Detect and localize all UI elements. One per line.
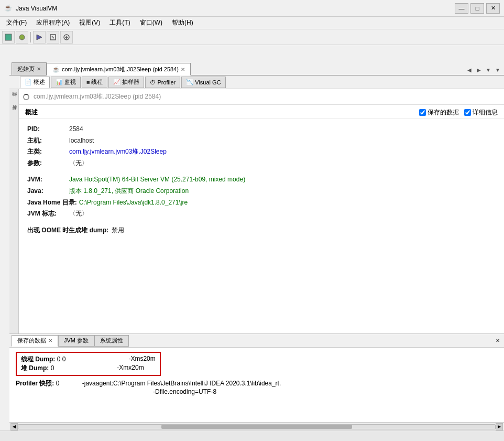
svg-point-1	[19, 35, 25, 40]
bottom-tab-saved-data[interactable]: 保存的数据 ✕	[12, 335, 58, 347]
menu-window[interactable]: 窗口(W)	[136, 17, 167, 28]
sub-tab-threads-icon: ≡	[86, 79, 90, 85]
host-value: localhost	[69, 135, 94, 147]
heap-dump-val: 0	[51, 364, 54, 372]
java-home-value: C:\Program Files\Java\jdk1.8.0_271\jre	[79, 197, 188, 209]
jvm-flags-label: JVM 标志:	[27, 208, 69, 220]
overview-header-right: 保存的数据 详细信息	[419, 108, 498, 117]
dfile-encoding: -Dfile.encoding=UTF-8	[153, 388, 216, 395]
menu-view[interactable]: 视图(V)	[75, 17, 104, 28]
menu-help[interactable]: 帮助(H)	[168, 17, 198, 28]
tab-nav-down[interactable]: ▼	[484, 66, 492, 74]
profiler-row: Profiler 快照: 0 -javaagent:C:\Program Fil…	[16, 379, 498, 388]
sub-tab-monitor-icon: 📊	[56, 79, 63, 85]
info-row-args: 参数: 〈无〉	[27, 158, 496, 169]
args-label: 参数:	[27, 158, 69, 169]
info-row-class: 主类: com.ljy.jvmlearn.jvm03堆.J02Sleep	[27, 146, 496, 158]
info-row-java-home: Java Home 目录: C:\Program Files\Java\jdk1…	[27, 197, 496, 209]
thread-dump-label: 线程 Dump:	[21, 356, 55, 363]
toolbar-btn-5[interactable]	[60, 31, 73, 44]
heap-dump-label: 堆 Dump:	[21, 364, 49, 372]
scroll-track[interactable]	[18, 424, 496, 429]
host-label: 主机:	[27, 135, 69, 147]
sub-tab-threads-label: 线程	[91, 78, 103, 86]
bottom-tab-jvm-params[interactable]: JVM 参数	[58, 335, 94, 347]
sub-tab-overview[interactable]: 📄 概述	[20, 77, 50, 88]
status-bar	[0, 431, 504, 441]
info-row-oome: 出现 OOME 时生成堆 dump: 禁用	[27, 225, 496, 236]
scroll-right-arrow[interactable]: ▶	[496, 423, 503, 431]
tab-app-close[interactable]: ✕	[181, 67, 185, 72]
profiler-javaagent: -javaagent:C:\Program Files\JetBrains\In…	[82, 380, 281, 387]
sub-tab-visual-gc-label: Visual GC	[195, 79, 221, 85]
sub-tab-overview-icon: 📄	[25, 79, 32, 85]
class-label: 主类:	[27, 146, 69, 158]
jvm-label: JVM:	[27, 174, 69, 186]
menu-file[interactable]: 文件(F)	[2, 17, 31, 28]
menu-app[interactable]: 应用程序(A)	[32, 17, 74, 28]
info-row-pid: PID: 2584	[27, 124, 496, 135]
highlight-box: 线程 Dump: 0 0 -Xms20m 堆 Dump: 0	[16, 352, 161, 376]
tab-nav-left[interactable]: ◀	[465, 66, 474, 74]
tab-nav-right: ◀ ▶ ▼ ▼	[465, 66, 502, 75]
sub-tab-visual-gc-icon: 📉	[186, 79, 193, 85]
jvm-flags-value: 〈无〉	[69, 208, 88, 220]
tab-nav-menu[interactable]: ▼	[494, 66, 502, 74]
bottom-tab-bar: 保存的数据 ✕ JVM 参数 系统属性 ✕	[9, 334, 504, 348]
sub-tab-threads[interactable]: ≡ 线程	[82, 77, 107, 88]
bottom-panel-close[interactable]: ✕	[494, 337, 502, 345]
toolbar-btn-4[interactable]	[47, 31, 59, 44]
tab-nav-right[interactable]: ▶	[475, 66, 483, 74]
tab-start-close[interactable]: ✕	[37, 66, 41, 72]
tab-app-page[interactable]: ☕ com.ljy.jvmlearn.jvm03堆.J02Sleep (pid …	[47, 63, 191, 76]
xmx-value: -Xmx20m	[117, 364, 144, 371]
overview-section-header: 概述 保存的数据 详细信息	[19, 105, 504, 119]
toolbar-btn-3[interactable]	[33, 31, 46, 44]
sub-tab-visual-gc[interactable]: 📉 Visual GC	[181, 77, 225, 88]
sub-tab-sampler[interactable]: 📈 抽样器	[108, 77, 144, 88]
left-sidebar: 性能 分析	[9, 89, 19, 334]
bottom-panel: 保存的数据 ✕ JVM 参数 系统属性 ✕ 线程 Dump: 0	[9, 334, 504, 431]
title-bar-left: ☕ Java VisualVM	[4, 4, 57, 13]
sub-tab-overview-label: 概述	[34, 78, 45, 86]
detail-checkbox-label[interactable]: 详细信息	[464, 108, 498, 117]
maximize-button[interactable]: □	[470, 3, 484, 14]
sidebar-icon-1[interactable]: 性能	[10, 96, 18, 104]
toolbar-btn-1[interactable]	[2, 31, 15, 44]
info-row-jvm: JVM: Java HotSpot(TM) 64-Bit Server VM (…	[27, 174, 496, 186]
info-row-jvm-flags: JVM 标志: 〈无〉	[27, 208, 496, 220]
tab-start-page[interactable]: 起始页 ✕	[12, 62, 47, 75]
scroll-thumb[interactable]	[161, 425, 352, 429]
svg-marker-2	[37, 35, 42, 40]
info-block: PID: 2584 主机: localhost 主类: com.ljy.jvml…	[19, 119, 504, 241]
toolbar-btn-2[interactable]	[16, 31, 28, 44]
xms-item: -Xms20m	[128, 355, 155, 364]
tab-app-label: com.ljy.jvmlearn.jvm03堆.J02Sleep (pid 25…	[62, 66, 179, 73]
title-bar: ☕ Java VisualVM — □ ✕	[0, 0, 504, 17]
bottom-tab-jvm-label: JVM 参数	[64, 337, 89, 345]
minimize-button[interactable]: —	[455, 3, 468, 14]
main-scroll-area[interactable]: com.ljy.jvmlearn.jvm03堆.J02Sleep (pid 25…	[19, 89, 504, 334]
toolbar	[0, 29, 504, 45]
scroll-left-arrow[interactable]: ◀	[10, 423, 18, 431]
close-button[interactable]: ✕	[486, 3, 500, 14]
thread-dump-val: 0	[62, 356, 66, 363]
bottom-content: 线程 Dump: 0 0 -Xms20m 堆 Dump: 0	[9, 348, 504, 422]
sub-tab-profiler-icon: ⏱	[150, 79, 156, 85]
save-data-checkbox-label[interactable]: 保存的数据	[419, 108, 459, 117]
save-data-checkbox[interactable]	[419, 109, 426, 116]
sidebar-icon-2[interactable]: 分析	[10, 110, 18, 117]
svg-rect-0	[5, 34, 12, 40]
tab-bar-top: 起始页 ✕ ☕ com.ljy.jvmlearn.jvm03堆.J02Sleep…	[9, 61, 504, 76]
heap-xmx-row: 堆 Dump: 0 -Xmx20m	[21, 364, 156, 373]
sub-tab-profiler[interactable]: ⏱ Profiler	[145, 77, 180, 88]
horizontal-scrollbar[interactable]: ◀ ▶	[9, 422, 504, 431]
bottom-tab-sys-props[interactable]: 系统属性	[94, 335, 129, 347]
detail-checkbox[interactable]	[464, 109, 471, 116]
sub-tab-monitor[interactable]: 📊 监视	[51, 77, 81, 88]
thread-dump-value: 0	[57, 356, 61, 363]
save-data-label: 保存的数据	[428, 108, 459, 117]
menu-tools[interactable]: 工具(T)	[105, 17, 134, 28]
bottom-tab-saved-close[interactable]: ✕	[48, 338, 52, 343]
sub-tab-profiler-label: Profiler	[157, 79, 176, 85]
